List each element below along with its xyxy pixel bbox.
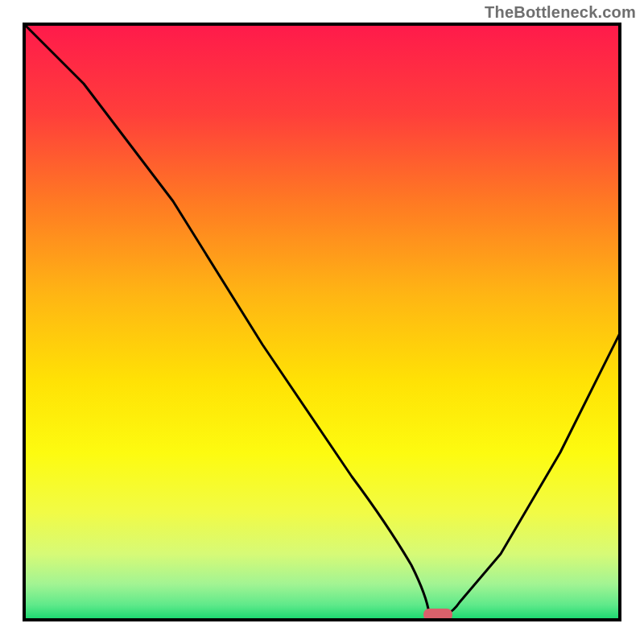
plot-area xyxy=(24,24,620,621)
chart-canvas: TheBottleneck.com xyxy=(0,0,644,644)
gradient-background xyxy=(24,24,620,620)
bottleneck-chart xyxy=(0,0,644,644)
attribution-label: TheBottleneck.com xyxy=(485,3,636,22)
